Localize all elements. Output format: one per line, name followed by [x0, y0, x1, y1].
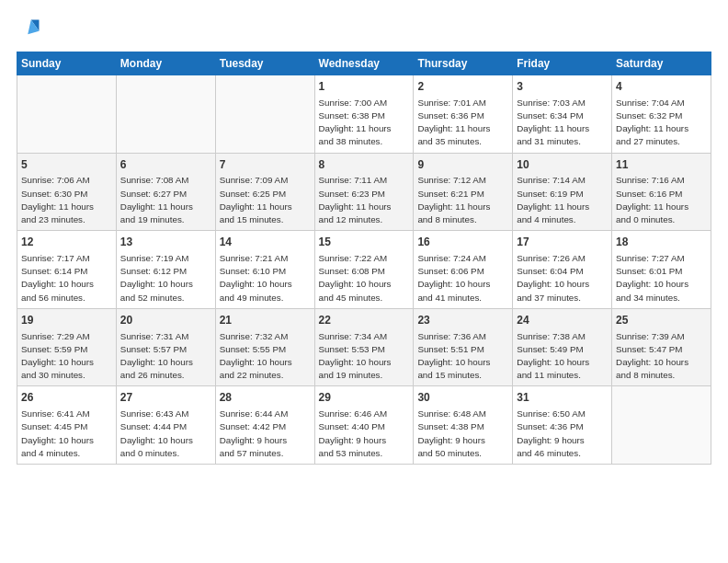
day-cell: 12Sunrise: 7:17 AM Sunset: 6:14 PM Dayli…	[17, 231, 117, 309]
week-row-2: 5Sunrise: 7:06 AM Sunset: 6:30 PM Daylig…	[17, 153, 711, 231]
day-info: Sunrise: 7:27 AM Sunset: 6:01 PM Dayligh…	[616, 253, 688, 303]
weekday-header-thursday: Thursday	[414, 52, 513, 75]
day-number: 23	[417, 313, 508, 328]
week-row-1: 1Sunrise: 7:00 AM Sunset: 6:38 PM Daylig…	[17, 75, 711, 154]
day-info: Sunrise: 7:21 AM Sunset: 6:10 PM Dayligh…	[220, 253, 292, 303]
week-row-5: 26Sunrise: 6:41 AM Sunset: 4:45 PM Dayli…	[17, 386, 711, 465]
day-info: Sunrise: 7:38 AM Sunset: 5:49 PM Dayligh…	[517, 331, 589, 381]
day-cell: 11Sunrise: 7:16 AM Sunset: 6:16 PM Dayli…	[612, 153, 711, 231]
weekday-header-saturday: Saturday	[612, 52, 711, 75]
day-number: 15	[319, 235, 410, 250]
day-info: Sunrise: 7:04 AM Sunset: 6:32 PM Dayligh…	[616, 98, 688, 147]
day-info: Sunrise: 6:50 AM Sunset: 4:36 PM Dayligh…	[517, 408, 586, 458]
day-info: Sunrise: 7:26 AM Sunset: 6:04 PM Dayligh…	[517, 253, 589, 303]
day-info: Sunrise: 7:11 AM Sunset: 6:23 PM Dayligh…	[319, 175, 392, 224]
day-cell: 14Sunrise: 7:21 AM Sunset: 6:10 PM Dayli…	[215, 231, 314, 309]
calendar: SundayMondayTuesdayWednesdayThursdayFrid…	[17, 52, 711, 465]
day-cell: 28Sunrise: 6:44 AM Sunset: 4:42 PM Dayli…	[215, 386, 314, 465]
day-cell: 31Sunrise: 6:50 AM Sunset: 4:36 PM Dayli…	[513, 386, 612, 465]
day-info: Sunrise: 7:17 AM Sunset: 6:14 PM Dayligh…	[21, 253, 94, 303]
calendar-header: SundayMondayTuesdayWednesdayThursdayFrid…	[17, 52, 711, 75]
day-cell	[215, 75, 314, 154]
day-cell: 2Sunrise: 7:01 AM Sunset: 6:36 PM Daylig…	[414, 75, 513, 154]
day-cell: 15Sunrise: 7:22 AM Sunset: 6:08 PM Dayli…	[314, 231, 414, 309]
day-cell: 25Sunrise: 7:39 AM Sunset: 5:47 PM Dayli…	[612, 308, 711, 386]
day-cell	[116, 75, 215, 154]
day-cell: 20Sunrise: 7:31 AM Sunset: 5:57 PM Dayli…	[116, 308, 215, 386]
day-number: 9	[417, 157, 508, 173]
day-number: 4	[616, 79, 707, 95]
day-cell: 21Sunrise: 7:32 AM Sunset: 5:55 PM Dayli…	[215, 308, 314, 386]
day-info: Sunrise: 7:32 AM Sunset: 5:55 PM Dayligh…	[220, 331, 292, 381]
day-cell	[17, 75, 117, 154]
day-number: 18	[616, 235, 707, 250]
day-cell: 8Sunrise: 7:11 AM Sunset: 6:23 PM Daylig…	[314, 153, 414, 231]
day-cell: 17Sunrise: 7:26 AM Sunset: 6:04 PM Dayli…	[513, 231, 612, 309]
day-cell: 27Sunrise: 6:43 AM Sunset: 4:44 PM Dayli…	[116, 386, 215, 465]
day-cell: 30Sunrise: 6:48 AM Sunset: 4:38 PM Dayli…	[414, 386, 513, 465]
day-number: 1	[319, 79, 410, 95]
day-number: 27	[120, 390, 211, 406]
day-cell	[612, 386, 711, 465]
day-number: 8	[319, 157, 410, 173]
week-row-4: 19Sunrise: 7:29 AM Sunset: 5:59 PM Dayli…	[17, 308, 711, 386]
day-info: Sunrise: 7:00 AM Sunset: 6:38 PM Dayligh…	[319, 98, 392, 147]
day-cell: 3Sunrise: 7:03 AM Sunset: 6:34 PM Daylig…	[513, 75, 612, 154]
day-info: Sunrise: 7:39 AM Sunset: 5:47 PM Dayligh…	[616, 331, 688, 381]
day-info: Sunrise: 7:34 AM Sunset: 5:53 PM Dayligh…	[319, 331, 392, 381]
day-number: 26	[21, 390, 112, 406]
day-number: 11	[616, 157, 707, 173]
day-cell: 18Sunrise: 7:27 AM Sunset: 6:01 PM Dayli…	[612, 231, 711, 309]
day-info: Sunrise: 6:46 AM Sunset: 4:40 PM Dayligh…	[319, 408, 388, 458]
day-cell: 4Sunrise: 7:04 AM Sunset: 6:32 PM Daylig…	[612, 75, 711, 154]
day-number: 5	[21, 157, 112, 173]
day-number: 31	[517, 390, 608, 406]
week-row-3: 12Sunrise: 7:17 AM Sunset: 6:14 PM Dayli…	[17, 231, 711, 309]
day-cell: 7Sunrise: 7:09 AM Sunset: 6:25 PM Daylig…	[215, 153, 314, 231]
day-info: Sunrise: 7:09 AM Sunset: 6:25 PM Dayligh…	[220, 175, 292, 224]
day-number: 17	[517, 235, 608, 250]
day-cell: 1Sunrise: 7:00 AM Sunset: 6:38 PM Daylig…	[314, 75, 414, 154]
day-info: Sunrise: 7:01 AM Sunset: 6:36 PM Dayligh…	[417, 98, 490, 147]
day-info: Sunrise: 6:43 AM Sunset: 4:44 PM Dayligh…	[120, 408, 193, 458]
day-info: Sunrise: 6:48 AM Sunset: 4:38 PM Dayligh…	[417, 408, 486, 458]
weekday-header-monday: Monday	[116, 52, 215, 75]
day-number: 12	[21, 235, 112, 250]
weekday-header-sunday: Sunday	[17, 52, 117, 75]
day-number: 16	[417, 235, 508, 250]
weekday-header-tuesday: Tuesday	[215, 52, 314, 75]
weekday-header-friday: Friday	[513, 52, 612, 75]
day-number: 20	[120, 313, 211, 328]
day-info: Sunrise: 7:14 AM Sunset: 6:19 PM Dayligh…	[517, 175, 589, 224]
day-number: 14	[220, 235, 311, 250]
day-number: 6	[120, 157, 211, 173]
day-number: 29	[319, 390, 410, 406]
day-info: Sunrise: 7:06 AM Sunset: 6:30 PM Dayligh…	[21, 175, 94, 224]
day-cell: 22Sunrise: 7:34 AM Sunset: 5:53 PM Dayli…	[314, 308, 414, 386]
day-number: 24	[517, 313, 608, 328]
day-number: 25	[616, 313, 707, 328]
day-info: Sunrise: 7:12 AM Sunset: 6:21 PM Dayligh…	[417, 175, 490, 224]
day-info: Sunrise: 7:24 AM Sunset: 6:06 PM Dayligh…	[417, 253, 490, 303]
day-cell: 29Sunrise: 6:46 AM Sunset: 4:40 PM Dayli…	[314, 386, 414, 465]
day-info: Sunrise: 7:16 AM Sunset: 6:16 PM Dayligh…	[616, 175, 688, 224]
day-cell: 10Sunrise: 7:14 AM Sunset: 6:19 PM Dayli…	[513, 153, 612, 231]
header	[17, 17, 711, 42]
day-number: 21	[220, 313, 311, 328]
day-cell: 24Sunrise: 7:38 AM Sunset: 5:49 PM Dayli…	[513, 308, 612, 386]
day-number: 3	[517, 79, 608, 95]
day-info: Sunrise: 7:36 AM Sunset: 5:51 PM Dayligh…	[417, 331, 490, 381]
day-info: Sunrise: 6:41 AM Sunset: 4:45 PM Dayligh…	[21, 408, 94, 458]
day-cell: 16Sunrise: 7:24 AM Sunset: 6:06 PM Dayli…	[414, 231, 513, 309]
weekday-header-wednesday: Wednesday	[314, 52, 414, 75]
day-cell: 6Sunrise: 7:08 AM Sunset: 6:27 PM Daylig…	[116, 153, 215, 231]
calendar-body: 1Sunrise: 7:00 AM Sunset: 6:38 PM Daylig…	[17, 75, 711, 465]
day-number: 2	[417, 79, 508, 95]
weekday-row: SundayMondayTuesdayWednesdayThursdayFrid…	[17, 52, 711, 75]
day-cell: 26Sunrise: 6:41 AM Sunset: 4:45 PM Dayli…	[17, 386, 117, 465]
day-cell: 5Sunrise: 7:06 AM Sunset: 6:30 PM Daylig…	[17, 153, 117, 231]
day-number: 13	[120, 235, 211, 250]
logo-icon	[17, 17, 42, 42]
day-cell: 9Sunrise: 7:12 AM Sunset: 6:21 PM Daylig…	[414, 153, 513, 231]
day-number: 10	[517, 157, 608, 173]
